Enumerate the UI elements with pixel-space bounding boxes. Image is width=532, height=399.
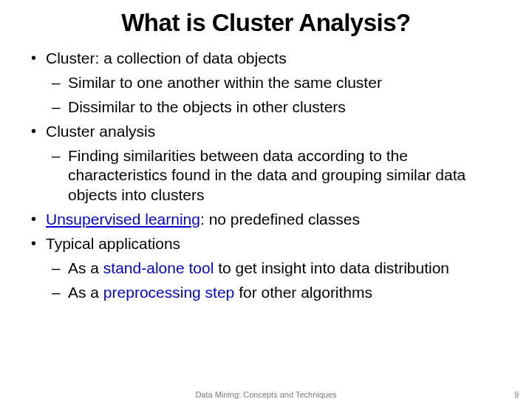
sub-bullet-list: Finding similarities between data accord… bbox=[46, 146, 507, 206]
sub-bullet-text: Similar to one another within the same c… bbox=[68, 74, 382, 91]
bullet-item: Typical applications As a stand-alone to… bbox=[25, 234, 507, 303]
bullet-text: Typical applications bbox=[46, 235, 180, 252]
sub-bullet-item: As a preprocessing step for other algori… bbox=[47, 283, 507, 303]
bullet-list: Cluster: a collection of data objects Si… bbox=[25, 49, 507, 303]
bullet-highlight: Unsupervised learning bbox=[46, 211, 200, 228]
sub-bullet-text: As a bbox=[68, 259, 103, 276]
sub-bullet-list: Similar to one another within the same c… bbox=[46, 73, 507, 117]
sub-bullet-item: As a stand-alone tool to get insight int… bbox=[47, 259, 507, 279]
bullet-highlight: preprocessing step bbox=[103, 284, 234, 301]
sub-bullet-item: Similar to one another within the same c… bbox=[47, 73, 507, 93]
sub-bullet-text: to get insight into data distribution bbox=[214, 259, 449, 276]
sub-bullet-list: As a stand-alone tool to get insight int… bbox=[46, 259, 507, 303]
footer-text: Data Mining: Concepts and Techniques bbox=[195, 390, 336, 399]
slide-title: What is Cluster Analysis? bbox=[25, 9, 507, 37]
sub-bullet-text: As a bbox=[68, 284, 103, 301]
bullet-text: Cluster analysis bbox=[46, 123, 155, 140]
sub-bullet-text: Finding similarities between data accord… bbox=[68, 147, 466, 204]
bullet-item: Cluster: a collection of data objects Si… bbox=[25, 49, 507, 117]
bullet-text: : no predefined classes bbox=[200, 211, 360, 228]
sub-bullet-text: Dissimilar to the objects in other clust… bbox=[68, 98, 346, 115]
sub-bullet-item: Dissimilar to the objects in other clust… bbox=[47, 98, 507, 117]
bullet-item: Unsupervised learning: no predefined cla… bbox=[25, 210, 507, 230]
bullet-item: Cluster analysis Finding similarities be… bbox=[25, 122, 507, 206]
sub-bullet-item: Finding similarities between data accord… bbox=[47, 146, 507, 206]
bullet-highlight: stand-alone tool bbox=[103, 259, 214, 276]
bullet-text: Cluster: a collection of data objects bbox=[46, 50, 287, 66]
page-number: 9 bbox=[514, 390, 519, 399]
sub-bullet-text: for other algorithms bbox=[234, 284, 372, 301]
